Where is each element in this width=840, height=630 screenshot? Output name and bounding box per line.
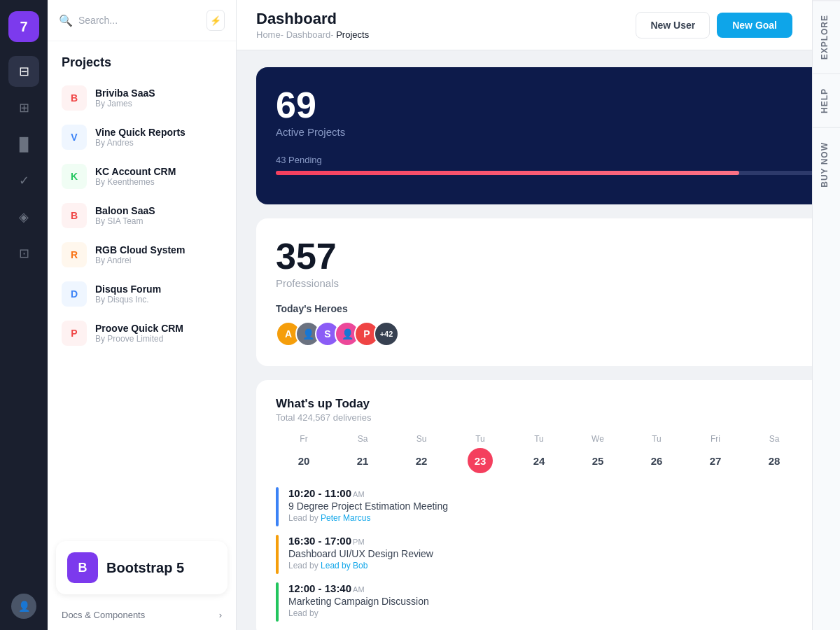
new-user-button[interactable]: New User: [636, 12, 710, 38]
calendar-day[interactable]: Su 22: [393, 434, 449, 473]
docs-link[interactable]: Docs & Components ›: [48, 603, 236, 630]
day-name: Su: [416, 434, 427, 444]
day-number: 24: [526, 448, 552, 473]
pending-label: 43 Pending: [276, 155, 322, 165]
project-list-item[interactable]: V Vine Quick Reports By Andres: [55, 118, 229, 157]
day-number: 21: [350, 448, 375, 473]
nav-icon-grid[interactable]: ⊞: [8, 92, 39, 123]
professionals-card: 357 Professionals Today's Heroes A👤S👤P+4…: [256, 218, 812, 366]
project-logo: B: [62, 85, 87, 111]
search-icon: 🔍: [59, 14, 73, 27]
calendar-day[interactable]: Su 29: [805, 434, 812, 473]
project-by: By SIA Team: [95, 216, 222, 226]
project-info: Disqus Forum By Disqus Inc.: [95, 284, 222, 304]
nav-icon-check[interactable]: ✓: [8, 165, 39, 196]
project-info: Proove Quick CRM By Proove Limited: [95, 323, 222, 344]
filter-button[interactable]: ⚡: [206, 10, 225, 31]
event-time: 10:20 - 11:00AM: [288, 487, 812, 499]
event-title: Dashboard UI/UX Design Review: [288, 548, 812, 559]
side-tab-explore[interactable]: Explore: [813, 0, 840, 74]
project-logo: V: [62, 125, 87, 150]
active-projects-count: 69: [276, 87, 812, 123]
nav-icon-layers[interactable]: ◈: [8, 202, 39, 232]
event-lead: Lead by Lead by Bob: [288, 561, 812, 570]
day-number: 22: [409, 448, 434, 473]
avatars-row: A👤S👤P+42: [276, 321, 812, 346]
day-name: Sa: [769, 434, 780, 444]
side-tab-help[interactable]: Help: [813, 74, 840, 127]
search-bar: 🔍 ⚡: [48, 0, 236, 41]
event-lead-link[interactable]: Peter Marcus: [321, 513, 370, 523]
project-logo: D: [62, 281, 87, 307]
calendar-day[interactable]: Fri 27: [687, 434, 743, 473]
calendar-header: What's up Today Total 424,567 deliveries: [276, 397, 812, 423]
event-lead-link[interactable]: Lead by Bob: [321, 561, 368, 570]
search-input[interactable]: [78, 15, 201, 26]
project-list-item[interactable]: P Proove Quick CRM By Proove Limited: [55, 314, 229, 353]
project-name: Disqus Forum: [95, 284, 222, 295]
calendar-day[interactable]: Fr 20: [276, 434, 332, 473]
user-avatar-badge[interactable]: 7: [8, 11, 39, 42]
progress-bar-background: [276, 171, 812, 175]
project-name: Vine Quick Reports: [95, 127, 222, 138]
nav-icon-dashboard[interactable]: ⊟: [8, 56, 39, 87]
calendar-day[interactable]: Sa 21: [335, 434, 391, 473]
new-goal-button[interactable]: New Goal: [717, 13, 792, 38]
project-info: Baloon SaaS By SIA Team: [95, 205, 222, 226]
day-name: We: [592, 434, 604, 444]
header: Dashboard Home- Dashboard- Projects New …: [237, 0, 812, 50]
nav-icon-chart[interactable]: ▐▌: [8, 129, 39, 160]
event-content: 16:30 - 17:00PM Dashboard UI/UX Design R…: [288, 535, 812, 570]
active-projects-card: 69 Active Projects 43 Pending 72%: [256, 67, 812, 204]
professionals-label: Professionals: [276, 277, 812, 289]
day-name: Tu: [475, 434, 485, 444]
calendar-title: What's up Today: [276, 397, 812, 411]
calendar-day[interactable]: Tu 23: [452, 434, 508, 473]
day-number: 27: [703, 448, 728, 473]
project-name: RGB Cloud System: [95, 244, 222, 255]
event-item: 16:30 - 17:00PM Dashboard UI/UX Design R…: [276, 535, 812, 574]
event-item: 12:00 - 13:40AM Marketing Campaign Discu…: [276, 582, 812, 622]
user-profile-avatar[interactable]: 👤: [11, 594, 36, 619]
project-list-item[interactable]: K KC Account CRM By Keenthemes: [55, 157, 229, 196]
event-time: 12:00 - 13:40AM: [288, 582, 812, 594]
day-name: Tu: [652, 434, 662, 444]
professionals-count: 357: [276, 238, 812, 274]
project-list: B Briviba SaaS By James V Vine Quick Rep…: [48, 78, 236, 533]
event-content: 10:20 - 11:00AM 9 Degree Project Estimat…: [288, 487, 812, 523]
active-projects-label: Active Projects: [276, 126, 812, 138]
day-name: Sa: [358, 434, 368, 444]
calendar-section: What's up Today Total 424,567 deliveries…: [256, 380, 812, 630]
side-tab-buynow[interactable]: Buy now: [813, 127, 840, 202]
project-list-item[interactable]: D Disqus Forum By Disqus Inc.: [55, 274, 229, 314]
nav-icon-briefcase[interactable]: ⊡: [8, 238, 39, 269]
bootstrap-card[interactable]: B Bootstrap 5: [56, 541, 227, 594]
project-list-item[interactable]: B Briviba SaaS By James: [55, 78, 229, 118]
chevron-right-icon: ›: [219, 610, 222, 620]
heroes-label: Today's Heroes: [276, 303, 812, 314]
project-name: Proove Quick CRM: [95, 323, 222, 334]
project-list-item[interactable]: R RGB Cloud System By Andrei: [55, 235, 229, 274]
calendar-day[interactable]: Tu 24: [511, 434, 567, 473]
calendar-day[interactable]: Tu 26: [629, 434, 685, 473]
day-number: 23: [468, 448, 493, 473]
day-name: Fri: [710, 434, 720, 444]
left-navigation: 7 ⊟ ⊞ ▐▌ ✓ ◈ ⊡ 👤: [0, 0, 48, 630]
day-number: 20: [291, 448, 316, 473]
event-ampm: AM: [353, 585, 365, 594]
progress-bar-fill: [276, 171, 739, 175]
heroes-section: Today's Heroes A👤S👤P+42: [276, 303, 812, 346]
day-name: Tu: [534, 434, 544, 444]
project-logo: P: [62, 321, 87, 346]
breadcrumb: Home- Dashboard- Projects: [256, 29, 636, 40]
calendar-day[interactable]: We 25: [570, 434, 626, 473]
project-info: KC Account CRM By Keenthemes: [95, 166, 222, 187]
calendar-subtitle: Total 424,567 deliveries: [276, 412, 812, 423]
project-list-item[interactable]: B Baloon SaaS By SIA Team: [55, 196, 229, 235]
project-logo: B: [62, 203, 87, 228]
calendar-days: Fr 20 Sa 21 Su 22 Tu 23 Tu 24 We 25 Tu 2…: [276, 434, 812, 473]
project-by: By Andrei: [95, 255, 222, 265]
event-title: 9 Degree Project Estimation Meeting: [288, 500, 812, 512]
project-info: Vine Quick Reports By Andres: [95, 127, 222, 148]
calendar-day[interactable]: Sa 28: [746, 434, 802, 473]
